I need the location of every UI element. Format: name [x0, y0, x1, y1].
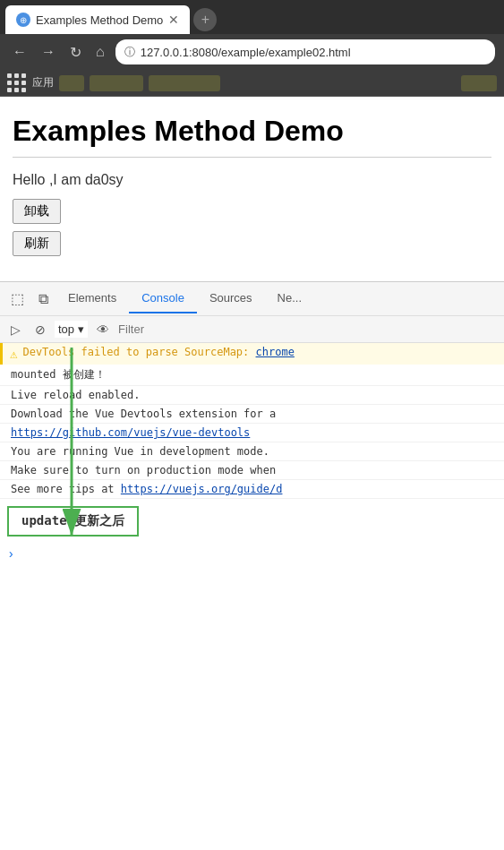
github-link[interactable]: https://github.com/vuejs/vue-devtools	[11, 426, 250, 439]
apps-grid-icon	[7, 73, 27, 93]
block-icon[interactable]: ⊘	[30, 321, 51, 339]
devtools-tabs: ⬚ ⧉ Elements Console Sources Ne...	[0, 282, 504, 316]
warning-icon: ⚠	[10, 347, 17, 362]
tab-console[interactable]: Console	[129, 284, 197, 313]
console-line-devmode1: You are running Vue in development mode.	[0, 442, 504, 461]
console-line-text: Download the Vue Devtools extension for …	[11, 408, 276, 420]
warning-text: DevTools failed to parse SourceMap: chro…	[22, 346, 294, 358]
console-line-github: https://github.com/vuejs/vue-devtools	[0, 424, 504, 442]
console-line-text: Live reload enabled.	[11, 389, 141, 401]
bookmark-item-3[interactable]	[149, 75, 220, 91]
forward-button[interactable]: →	[38, 42, 59, 62]
tab-network[interactable]: Ne...	[265, 284, 314, 313]
tab-elements[interactable]: Elements	[56, 284, 129, 313]
bookmarks-bar: 应用	[0, 70, 504, 97]
unload-button[interactable]: 卸载	[13, 199, 61, 224]
console-warning-line: ⚠ DevTools failed to parse SourceMap: ch…	[0, 343, 504, 365]
apps-shortcut[interactable]: 应用	[7, 73, 54, 93]
console-filter-input[interactable]	[118, 322, 499, 336]
page-title: Examples Method Demo	[13, 115, 491, 158]
console-line-mounted: mounted 被创建！	[0, 365, 504, 386]
devtools-panel: ⬚ ⧉ Elements Console Sources Ne... ▷ ⊘ t…	[0, 281, 504, 565]
mobile-icon-button[interactable]: ⧉	[31, 288, 56, 311]
devtools-second-bar: ▷ ⊘ top ▾ 👁	[0, 316, 504, 343]
url-text: 127.0.0.1:8080/example/example02.html	[141, 46, 351, 59]
tab-sources[interactable]: Sources	[197, 284, 265, 313]
bottom-arrow-icon[interactable]: ›	[7, 547, 14, 562]
update-text: update 更新之后	[21, 513, 124, 528]
console-line-text: mounted 被创建！	[11, 368, 106, 381]
eye-icon[interactable]: 👁	[91, 321, 115, 339]
console-line-devmode2: Make sure to turn on production mode whe…	[0, 461, 504, 480]
console-bottom-line: ›	[0, 544, 504, 565]
tab-close-button[interactable]: ✕	[168, 13, 179, 27]
console-line-tips: See more tips at https://vuejs.org/guide…	[0, 480, 504, 499]
home-button[interactable]: ⌂	[92, 42, 108, 62]
address-bar: ← → ↻ ⌂ ⓘ 127.0.0.1:8080/example/example…	[0, 34, 504, 70]
console-line-livereload: Live reload enabled.	[0, 386, 504, 405]
inspector-icon-button[interactable]: ⬚	[4, 287, 31, 311]
console-tips-prefix: See more tips at	[11, 483, 121, 495]
play-icon[interactable]: ▷	[5, 321, 26, 339]
page-content: Examples Method Demo Hello ,I am da0sy 卸…	[0, 97, 504, 281]
tab-title: Examples Method Demo	[36, 13, 163, 27]
update-highlight-box: update 更新之后	[7, 506, 139, 537]
dropdown-arrow-icon: ▾	[78, 322, 84, 336]
vuejs-tips-link[interactable]: https://vuejs.org/guide/d	[121, 483, 283, 495]
tab-bar: ⊕ Examples Method Demo ✕ +	[0, 0, 504, 34]
back-button[interactable]: ←	[9, 42, 30, 62]
url-bar[interactable]: ⓘ 127.0.0.1:8080/example/example02.html	[115, 39, 495, 64]
new-tab-button[interactable]: +	[193, 8, 217, 31]
hello-text: Hello ,I am da0sy	[13, 172, 491, 188]
apps-label: 应用	[32, 75, 54, 90]
bookmark-item-2[interactable]	[90, 75, 143, 91]
console-line-devtools: Download the Vue Devtools extension for …	[0, 405, 504, 424]
refresh-button[interactable]: ↻	[66, 42, 85, 63]
new-tab-icon: +	[201, 12, 209, 28]
active-tab[interactable]: ⊕ Examples Method Demo ✕	[5, 5, 190, 34]
secure-icon: ⓘ	[124, 45, 135, 60]
highlight-wrapper: update 更新之后	[0, 502, 504, 540]
context-label: top	[58, 322, 74, 336]
page-area: Examples Method Demo Hello ,I am da0sy 卸…	[0, 97, 504, 281]
console-output: ⚠ DevTools failed to parse SourceMap: ch…	[0, 343, 504, 565]
context-selector[interactable]: top ▾	[55, 321, 88, 338]
console-line-text: Make sure to turn on production mode whe…	[11, 464, 276, 477]
console-line-text: You are running Vue in development mode.	[11, 445, 269, 458]
sourcemap-link[interactable]: chrome	[256, 346, 295, 358]
browser-chrome: ⊕ Examples Method Demo ✕ + ← → ↻ ⌂ ⓘ 127…	[0, 0, 504, 97]
bookmark-item-4[interactable]	[461, 75, 497, 91]
refresh-page-button[interactable]: 刷新	[13, 231, 61, 256]
bookmark-item-1[interactable]	[59, 75, 84, 91]
tab-favicon: ⊕	[16, 13, 30, 27]
